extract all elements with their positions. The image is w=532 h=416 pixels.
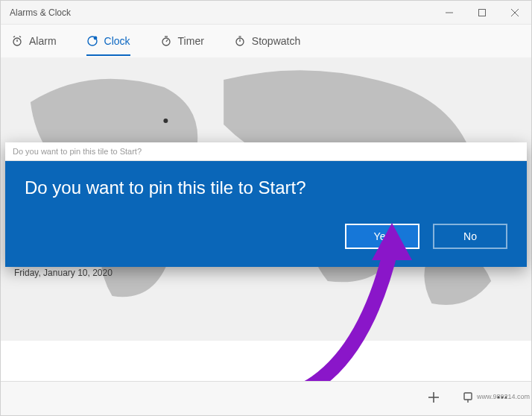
stopwatch-icon: [234, 35, 246, 47]
bottom-toolbar: [1, 381, 531, 415]
pin-icon: [461, 391, 475, 404]
tab-bar: Alarm Clock Timer Stopwatch: [1, 25, 531, 57]
yes-button[interactable]: Yes: [345, 224, 419, 249]
tab-timer-label: Timer: [178, 35, 204, 47]
maximize-button[interactable]: [466, 1, 498, 25]
titlebar: Alarms & Clock: [1, 1, 531, 25]
dialog-message: Do you want to pin this tile to Start?: [25, 177, 507, 198]
clock-icon: [86, 35, 98, 47]
add-button[interactable]: [427, 391, 440, 407]
minimize-icon: [445, 8, 454, 17]
window-title: Alarms & Clock: [1, 7, 433, 18]
no-button-label: No: [463, 230, 477, 242]
pin-button[interactable]: [461, 391, 475, 407]
tab-stopwatch-label: Stopwatch: [252, 35, 300, 47]
svg-rect-1: [479, 9, 486, 16]
maximize-icon: [478, 8, 487, 17]
pin-dialog: Do you want to pin this tile to Start? D…: [5, 142, 527, 267]
tab-clock[interactable]: Clock: [86, 25, 130, 57]
tab-timer[interactable]: Timer: [160, 25, 204, 57]
dialog-body: Do you want to pin this tile to Start? Y…: [5, 161, 527, 267]
alarm-icon: [11, 35, 23, 47]
plus-icon: [427, 391, 440, 404]
tab-clock-label: Clock: [104, 35, 130, 47]
dialog-button-row: Yes No: [25, 224, 507, 249]
minimize-button[interactable]: [433, 1, 466, 25]
yes-button-label: Yes: [374, 230, 391, 242]
dialog-titlebar: Do you want to pin this tile to Start?: [5, 142, 527, 161]
svg-rect-21: [464, 393, 472, 400]
timer-icon: [160, 35, 172, 47]
tab-alarm-label: Alarm: [29, 35, 57, 47]
svg-point-17: [163, 119, 168, 123]
svg-point-9: [93, 37, 97, 40]
no-button[interactable]: No: [433, 224, 507, 249]
svg-line-6: [13, 37, 15, 38]
watermark: www.989214.com: [477, 393, 530, 400]
current-date: Friday, January 10, 2020: [14, 268, 113, 278]
tab-alarm[interactable]: Alarm: [11, 25, 57, 57]
svg-line-7: [19, 37, 21, 38]
svg-line-11: [166, 40, 168, 42]
close-button[interactable]: [498, 1, 531, 25]
close-icon: [510, 8, 519, 17]
tab-stopwatch[interactable]: Stopwatch: [234, 25, 300, 57]
